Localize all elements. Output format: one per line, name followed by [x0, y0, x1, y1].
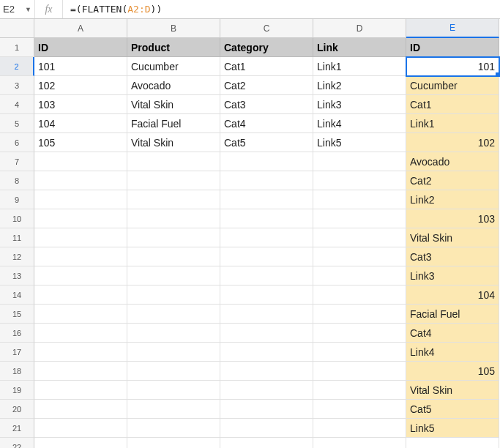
cell-D12[interactable]: [313, 247, 406, 266]
cell-A14[interactable]: [34, 285, 127, 305]
cell-E1[interactable]: ID: [406, 38, 499, 57]
cell-A4[interactable]: 103: [34, 95, 127, 114]
cell-C13[interactable]: [220, 266, 313, 285]
cell-C3[interactable]: Cat2: [220, 76, 313, 95]
cell-C16[interactable]: [220, 324, 313, 343]
row-header-18[interactable]: 18: [0, 362, 34, 381]
cell-C11[interactable]: [220, 228, 313, 247]
cell-B14[interactable]: [127, 285, 220, 305]
cell-D10[interactable]: [313, 209, 406, 228]
cell-C4[interactable]: Cat3: [220, 95, 313, 114]
cell-C22[interactable]: [220, 438, 313, 448]
cell-B6[interactable]: Vital Skin: [127, 133, 220, 152]
cell-D15[interactable]: [313, 305, 406, 324]
row-header-9[interactable]: 9: [0, 190, 34, 209]
cell-C21[interactable]: [220, 419, 313, 438]
row-header-1[interactable]: 1: [0, 38, 34, 57]
cell-D20[interactable]: [313, 400, 406, 419]
row-header-2[interactable]: 2: [0, 57, 34, 76]
cell-B8[interactable]: [127, 171, 220, 190]
col-header-e[interactable]: E: [406, 19, 499, 38]
cell-A20[interactable]: [34, 400, 127, 419]
cell-B1[interactable]: Product: [127, 38, 220, 57]
cell-C18[interactable]: [220, 362, 313, 381]
cell-D16[interactable]: [313, 324, 406, 343]
cell-B18[interactable]: [127, 362, 220, 381]
row-header-19[interactable]: 19: [0, 381, 34, 400]
row-header-15[interactable]: 15: [0, 305, 34, 324]
cell-A11[interactable]: [34, 228, 127, 247]
cell-B17[interactable]: [127, 343, 220, 362]
cell-D21[interactable]: [313, 419, 406, 438]
formula-input[interactable]: =(FLATTEN(A2:D)): [63, 0, 500, 18]
row-header-14[interactable]: 14: [0, 285, 34, 305]
cell-C1[interactable]: Category: [220, 38, 313, 57]
cell-D2[interactable]: Link1: [313, 57, 406, 76]
col-header-a[interactable]: A: [34, 19, 127, 38]
cell-B15[interactable]: [127, 305, 220, 324]
cell-E14[interactable]: 104: [406, 285, 499, 305]
cell-E8[interactable]: Cat2: [406, 171, 499, 190]
cell-E17[interactable]: Link4: [406, 343, 499, 362]
cell-C19[interactable]: [220, 381, 313, 400]
cell-C17[interactable]: [220, 343, 313, 362]
row-header-22[interactable]: 22: [0, 438, 34, 448]
cell-C8[interactable]: [220, 171, 313, 190]
cell-B7[interactable]: [127, 152, 220, 171]
cell-B2[interactable]: Cucumber: [127, 57, 220, 76]
cell-C5[interactable]: Cat4: [220, 114, 313, 133]
cell-E9[interactable]: Link2: [406, 190, 499, 209]
cell-A5[interactable]: 104: [34, 114, 127, 133]
cell-C14[interactable]: [220, 285, 313, 305]
cell-E6[interactable]: 102: [406, 133, 499, 152]
cell-D7[interactable]: [313, 152, 406, 171]
chevron-down-icon[interactable]: ▼: [25, 6, 31, 13]
col-header-b[interactable]: B: [127, 19, 220, 38]
cell-D11[interactable]: [313, 228, 406, 247]
cell-B20[interactable]: [127, 400, 220, 419]
cell-A2[interactable]: 101: [34, 57, 127, 76]
cell-E3[interactable]: Cucumber: [406, 76, 499, 95]
cell-A21[interactable]: [34, 419, 127, 438]
cell-D8[interactable]: [313, 171, 406, 190]
cell-C6[interactable]: Cat5: [220, 133, 313, 152]
cell-D9[interactable]: [313, 190, 406, 209]
select-all-corner[interactable]: [0, 19, 34, 38]
cell-B10[interactable]: [127, 209, 220, 228]
cell-D4[interactable]: Link3: [313, 95, 406, 114]
cell-E18[interactable]: 105: [406, 362, 499, 381]
cell-B13[interactable]: [127, 266, 220, 285]
row-header-12[interactable]: 12: [0, 247, 34, 266]
col-header-c[interactable]: C: [220, 19, 313, 38]
row-header-11[interactable]: 11: [0, 228, 34, 247]
cell-A18[interactable]: [34, 362, 127, 381]
cell-E7[interactable]: Avocado: [406, 152, 499, 171]
cell-A22[interactable]: [34, 438, 127, 448]
cell-E11[interactable]: Vital Skin: [406, 228, 499, 247]
row-header-20[interactable]: 20: [0, 400, 34, 419]
cell-B3[interactable]: Avocado: [127, 76, 220, 95]
cell-E5[interactable]: Link1: [406, 114, 499, 133]
cell-E22[interactable]: [406, 438, 499, 448]
cell-A13[interactable]: [34, 266, 127, 285]
row-header-8[interactable]: 8: [0, 171, 34, 190]
cell-D19[interactable]: [313, 381, 406, 400]
cell-D18[interactable]: [313, 362, 406, 381]
cell-E2[interactable]: 101: [406, 57, 499, 76]
cell-A10[interactable]: [34, 209, 127, 228]
cell-A17[interactable]: [34, 343, 127, 362]
cell-B4[interactable]: Vital Skin: [127, 95, 220, 114]
cell-D5[interactable]: Link4: [313, 114, 406, 133]
cell-C9[interactable]: [220, 190, 313, 209]
cell-E16[interactable]: Cat4: [406, 324, 499, 343]
row-header-17[interactable]: 17: [0, 343, 34, 362]
cell-C7[interactable]: [220, 152, 313, 171]
cell-B5[interactable]: Facial Fuel: [127, 114, 220, 133]
row-header-7[interactable]: 7: [0, 152, 34, 171]
cell-B11[interactable]: [127, 228, 220, 247]
cell-D14[interactable]: [313, 285, 406, 305]
cell-E4[interactable]: Cat1: [406, 95, 499, 114]
cell-B22[interactable]: [127, 438, 220, 448]
row-header-21[interactable]: 21: [0, 419, 34, 438]
cell-A19[interactable]: [34, 381, 127, 400]
